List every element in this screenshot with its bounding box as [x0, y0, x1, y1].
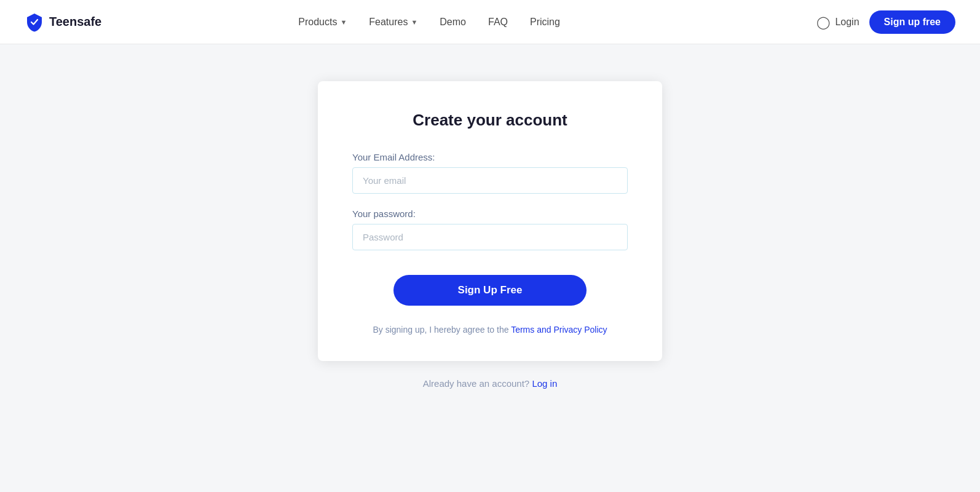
logo-icon — [25, 12, 44, 32]
login-label: Login — [835, 17, 859, 28]
main-nav: Products ▼ Features ▼ Demo FAQ Pricing — [298, 17, 560, 28]
card-title: Create your account — [413, 111, 567, 130]
terms-link[interactable]: Terms and Privacy Policy — [511, 325, 607, 335]
nav-item-pricing[interactable]: Pricing — [530, 17, 560, 28]
brand-name: Teensafe — [49, 15, 101, 29]
password-group: Your password: — [352, 208, 628, 250]
logo[interactable]: Teensafe — [25, 12, 101, 32]
nav-item-products[interactable]: Products ▼ — [298, 17, 347, 28]
chevron-down-icon: ▼ — [340, 18, 347, 26]
login-area[interactable]: ◯ Login — [816, 15, 859, 30]
main-content: Create your account Your Email Address: … — [0, 44, 980, 413]
password-label: Your password: — [352, 208, 628, 219]
already-account-text: Already have an account? Log in — [423, 378, 558, 389]
email-input[interactable] — [352, 167, 628, 194]
nav-item-demo[interactable]: Demo — [440, 17, 466, 28]
signup-free-button[interactable]: Sign Up Free — [393, 275, 587, 306]
login-link[interactable]: Log in — [532, 378, 557, 389]
chevron-down-icon: ▼ — [411, 18, 417, 26]
nav-right: ◯ Login Sign up free — [816, 10, 955, 34]
signup-card: Create your account Your Email Address: … — [318, 81, 662, 361]
header: Teensafe Products ▼ Features ▼ Demo FAQ … — [0, 0, 980, 44]
password-input[interactable] — [352, 224, 628, 250]
user-icon: ◯ — [816, 15, 830, 30]
email-label: Your Email Address: — [352, 152, 628, 162]
email-group: Your Email Address: — [352, 152, 628, 194]
header-signup-button[interactable]: Sign up free — [869, 10, 955, 34]
nav-item-faq[interactable]: FAQ — [488, 17, 508, 28]
terms-text: By signing up, I hereby agree to the Ter… — [373, 323, 607, 336]
nav-item-features[interactable]: Features ▼ — [369, 17, 417, 28]
